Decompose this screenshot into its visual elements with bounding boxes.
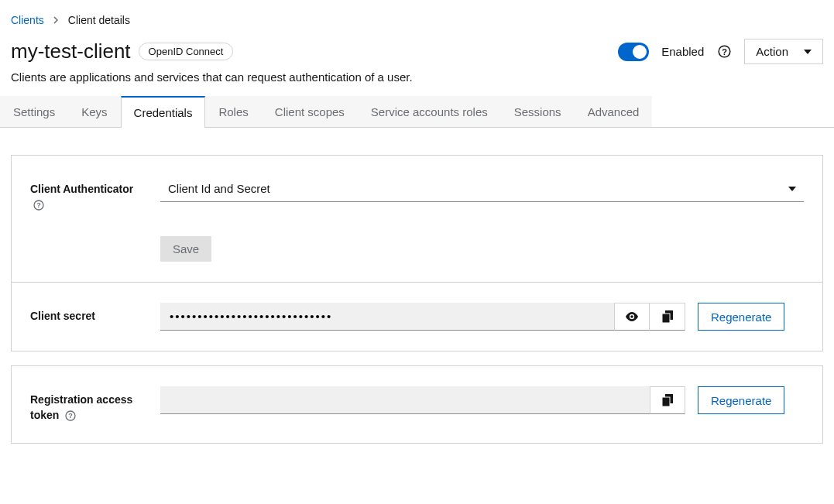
tab-roles[interactable]: Roles [205,96,261,127]
help-icon[interactable]: ? [716,44,732,60]
reveal-secret-button[interactable] [614,303,650,331]
client-authenticator-section: Client Authenticator ? Client Id and Sec… [12,156,822,282]
tab-advanced[interactable]: Advanced [575,96,653,127]
chevron-right-icon [53,16,59,24]
tab-client-scopes[interactable]: Client scopes [262,96,358,127]
help-icon[interactable]: ? [65,410,76,421]
header-left: my-test-client OpenID Connect [11,39,233,63]
credentials-card: Client Authenticator ? Client Id and Sec… [11,155,823,351]
registration-token-card: Registration access token ? Regenerate [11,365,823,444]
registration-token-row: Regenerate [160,386,804,414]
header-right: Enabled ? Action [618,39,823,64]
tab-settings[interactable]: Settings [0,96,68,127]
svg-text:?: ? [722,47,727,57]
svg-point-5 [630,315,633,318]
help-icon[interactable]: ? [33,200,44,211]
client-secret-row: Regenerate [160,303,804,331]
copy-token-button[interactable] [650,386,685,414]
caret-down-icon [788,187,796,191]
action-dropdown-label: Action [756,45,788,58]
caret-down-icon [804,50,812,54]
registration-token-input-group [160,386,685,414]
copy-icon [662,394,673,406]
registration-token-controls: Regenerate [160,386,804,414]
page-header: my-test-client OpenID Connect Enabled ? … [0,34,834,67]
breadcrumb-current: Client details [68,14,130,26]
copy-icon [662,310,673,323]
client-authenticator-select[interactable]: Client Id and Secret [160,176,804,202]
tab-sessions[interactable]: Sessions [501,96,575,127]
client-secret-label: Client secret [30,303,139,324]
client-secret-input[interactable] [160,303,614,331]
registration-token-input[interactable] [160,386,650,414]
client-secret-controls: Regenerate [160,303,804,331]
svg-rect-11 [662,397,670,406]
enabled-toggle[interactable] [618,43,649,61]
page-description: Clients are applications and services th… [0,67,834,96]
client-secret-input-group [160,303,685,331]
tabs: Settings Keys Credentials Roles Client s… [0,96,834,128]
copy-secret-button[interactable] [650,303,685,331]
breadcrumb-link-clients[interactable]: Clients [11,14,44,26]
svg-text:?: ? [68,412,73,420]
tab-keys[interactable]: Keys [68,96,120,127]
enabled-label: Enabled [661,45,704,58]
tab-service-accounts-roles[interactable]: Service accounts roles [358,96,501,127]
client-authenticator-controls: Client Id and Secret Save [160,176,804,262]
tab-credentials[interactable]: Credentials [121,96,206,128]
regenerate-secret-button[interactable]: Regenerate [698,303,784,331]
protocol-chip: OpenID Connect [139,43,234,60]
page-title: my-test-client [11,39,131,63]
client-authenticator-label: Client Authenticator ? [30,176,139,212]
breadcrumb: Clients Client details [0,0,834,34]
client-secret-section: Client secret Regenerate [12,282,822,351]
svg-text:?: ? [36,201,41,209]
toggle-knob [633,45,647,59]
regenerate-token-button[interactable]: Regenerate [698,386,784,414]
eye-icon [625,312,639,321]
action-dropdown[interactable]: Action [744,39,823,64]
client-authenticator-value: Client Id and Secret [168,182,270,195]
svg-rect-7 [662,314,670,323]
registration-token-label: Registration access token ? [30,386,139,423]
registration-token-section: Registration access token ? Regenerate [12,366,822,443]
save-button[interactable]: Save [160,236,211,262]
